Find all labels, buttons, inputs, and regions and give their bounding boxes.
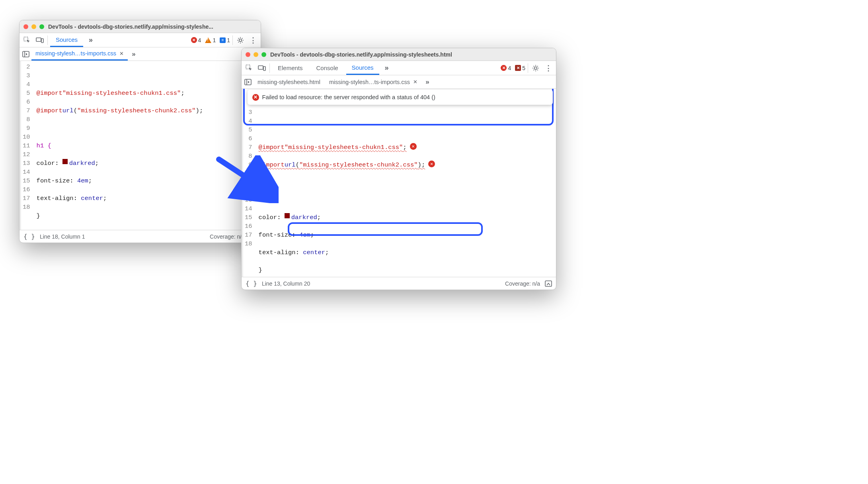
svg-rect-17: [263, 67, 265, 71]
tab-console[interactable]: Console: [311, 61, 344, 75]
color-swatch-darkred[interactable]: [62, 159, 68, 164]
cursor-position: Line 18, Column 1: [40, 233, 85, 240]
svg-point-3: [239, 39, 242, 41]
info-icon: ≡: [220, 37, 226, 43]
coverage-status: Coverage: n/a: [210, 233, 245, 240]
issue-icon: ✕: [515, 65, 521, 71]
more-tabs-icon[interactable]: »: [129, 49, 139, 59]
pretty-print-icon[interactable]: { }: [246, 280, 257, 287]
inspect-icon[interactable]: [244, 63, 254, 73]
warning-count-badge[interactable]: 1: [205, 37, 216, 43]
pretty-print-icon[interactable]: { }: [23, 233, 35, 240]
svg-line-23: [534, 66, 534, 67]
line-error-icon[interactable]: ✕: [410, 143, 417, 152]
cursor-position: Line 13, Column 20: [262, 280, 310, 287]
close-icon[interactable]: [23, 24, 28, 29]
maximize-icon[interactable]: [261, 52, 266, 57]
file-tab-html[interactable]: missing-stylesheets.html: [254, 75, 324, 88]
tab-sources[interactable]: Sources: [50, 33, 83, 47]
file-tab-label: missing-stylesh…ts-imports.css: [329, 79, 410, 85]
window-title: DevTools - devtools-dbg-stories.netlify.…: [48, 24, 213, 30]
svg-line-11: [242, 38, 243, 39]
status-bar: { } Line 13, Column 20 Coverage: n/a: [242, 277, 556, 290]
error-icon: ✕: [501, 65, 507, 71]
kebab-icon[interactable]: ⋮: [543, 63, 554, 73]
show-navigator-icon[interactable]: [21, 49, 31, 59]
svg-line-10: [238, 41, 239, 42]
show-navigator-icon[interactable]: [243, 77, 253, 87]
file-tab-css[interactable]: missing-stylesh…ts-imports.css ✕: [31, 47, 128, 61]
file-tab-css[interactable]: missing-stylesh…ts-imports.css ✕: [325, 75, 421, 88]
inspect-icon[interactable]: [22, 35, 32, 45]
code-content[interactable]: ✕ Failed to load resource: the server re…: [256, 89, 556, 277]
tab-elements[interactable]: Elements: [272, 61, 308, 75]
svg-line-26: [537, 66, 538, 67]
source-map-icon[interactable]: [545, 280, 552, 287]
kebab-icon[interactable]: ⋮: [248, 35, 258, 45]
more-tabs-icon[interactable]: »: [86, 35, 96, 45]
warning-icon: [205, 37, 211, 43]
info-count-badge[interactable]: ≡ 1: [220, 37, 230, 43]
svg-line-8: [238, 38, 239, 39]
error-count-badge[interactable]: ✕ 4: [501, 65, 511, 71]
main-toolbar: Sources » ✕ 4 1 ≡ 1 ⋮: [20, 33, 261, 47]
file-tabstrip: missing-stylesh…ts-imports.css ✕ »: [20, 47, 261, 61]
titlebar: DevTools - devtools-dbg-stories.netlify.…: [242, 48, 556, 61]
minimize-icon[interactable]: [31, 24, 36, 29]
window-title: DevTools - devtools-dbg-stories.netlify.…: [270, 51, 452, 58]
arrow-right-icon: [215, 155, 279, 203]
error-icon: ✕: [252, 94, 259, 101]
svg-line-9: [242, 41, 243, 42]
error-count-badge[interactable]: ✕ 4: [191, 37, 201, 43]
more-tabs-icon[interactable]: »: [382, 63, 392, 73]
more-tabs-icon[interactable]: »: [422, 77, 433, 87]
line-gutter: 23456789101112131415161718: [20, 61, 33, 230]
file-tab-label: missing-stylesh…ts-imports.css: [35, 50, 116, 57]
svg-rect-1: [36, 38, 41, 41]
file-tabstrip: missing-stylesheets.html missing-stylesh…: [242, 75, 556, 89]
code-editor[interactable]: 23456789101112131415161718 @import "miss…: [20, 61, 261, 230]
close-tab-icon[interactable]: ✕: [413, 79, 417, 85]
device-icon[interactable]: [257, 63, 267, 73]
coverage-status: Coverage: n/a: [505, 280, 540, 287]
devtools-window-after: DevTools - devtools-dbg-stories.netlify.…: [241, 48, 556, 290]
file-tab-label: missing-stylesheets.html: [257, 79, 320, 85]
minimize-icon[interactable]: [254, 52, 258, 57]
issue-count-badge[interactable]: ✕ 5: [515, 65, 525, 71]
status-bar: { } Line 18, Column 1 Coverage: n/a: [20, 230, 261, 243]
svg-point-18: [534, 67, 537, 69]
window-controls[interactable]: [23, 24, 44, 29]
main-toolbar: Elements Console Sources » ✕ 4 ✕ 5 ⋮: [242, 61, 556, 75]
error-tooltip: ✕ Failed to load resource: the server re…: [248, 90, 553, 105]
svg-rect-2: [41, 39, 43, 43]
code-content[interactable]: @import "missing-stylesheets-chukn1.css"…: [33, 61, 261, 230]
svg-line-24: [537, 69, 538, 70]
settings-icon[interactable]: [531, 63, 541, 73]
code-editor[interactable]: 3456789101112131415161718 ✕ Failed to lo…: [242, 89, 556, 277]
tooltip-text: Failed to load resource: the server resp…: [262, 93, 435, 102]
settings-icon[interactable]: [235, 35, 246, 45]
window-controls[interactable]: [246, 52, 266, 57]
error-icon: ✕: [191, 37, 197, 43]
device-icon[interactable]: [35, 35, 45, 45]
titlebar: DevTools - devtools-dbg-stories.netlify.…: [20, 20, 261, 33]
tab-sources[interactable]: Sources: [346, 61, 379, 75]
line-error-icon[interactable]: ✕: [428, 161, 435, 169]
svg-rect-16: [258, 66, 263, 69]
close-tab-icon[interactable]: ✕: [119, 51, 124, 57]
devtools-window-before: DevTools - devtools-dbg-stories.netlify.…: [19, 20, 261, 243]
close-icon[interactable]: [246, 52, 250, 57]
maximize-icon[interactable]: [39, 24, 44, 29]
color-swatch-darkred[interactable]: [285, 213, 290, 218]
svg-line-25: [534, 69, 534, 70]
